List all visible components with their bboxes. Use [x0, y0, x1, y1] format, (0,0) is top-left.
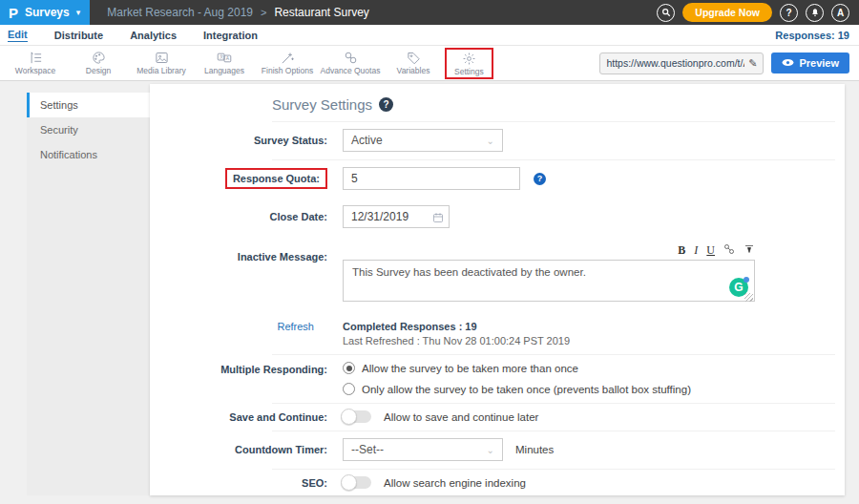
- notifications-bell-icon[interactable]: [806, 4, 824, 22]
- gear-icon: [462, 52, 476, 66]
- menu-item-analytics[interactable]: Analytics: [130, 30, 177, 41]
- inactive-message-textarea[interactable]: This Survey has been deactivated by the …: [343, 260, 755, 302]
- breadcrumb-current: Restaurant Survey: [274, 6, 368, 19]
- response-quota-label: Response Quota:: [150, 168, 337, 189]
- questionpro-app: P Surveys ▾ Market Research - Aug 2019 >…: [0, 0, 859, 504]
- toolbar-right: ✎ Preview: [599, 52, 849, 74]
- countdown-timer-row: Countdown Timer: --Set-- ⌄ Minutes: [150, 430, 845, 469]
- inactive-message-row: Inactive Message: B I U This: [150, 236, 845, 313]
- survey-status-select[interactable]: Active ⌄: [343, 129, 503, 152]
- sidebar-item-notifications[interactable]: Notifications: [27, 142, 150, 167]
- title-help-icon[interactable]: ?: [379, 97, 393, 112]
- seo-text: Allow search engine indexing: [384, 477, 526, 489]
- radio-allow-multiple[interactable]: Allow the survey to be taken more than o…: [343, 362, 578, 374]
- inactive-message-editor: This Survey has been deactivated by the …: [343, 260, 755, 305]
- insert-link-icon[interactable]: [723, 243, 735, 257]
- radio-button-icon[interactable]: [343, 383, 355, 395]
- tool-media-library[interactable]: Media Library: [130, 51, 193, 75]
- calendar-icon[interactable]: [432, 210, 444, 227]
- save-continue-label: Save and Continue:: [150, 411, 337, 423]
- survey-menu-bar: Edit Distribute Analytics Integration Re…: [0, 25, 859, 46]
- seo-row: SEO: Allow search engine indexing: [150, 469, 845, 495]
- grammarly-icon[interactable]: G: [729, 278, 748, 297]
- response-quota-row: Response Quota: ?: [150, 159, 845, 198]
- toolbar-tools: Workspace Design Media Library 文A Langua…: [4, 48, 493, 79]
- tool-design[interactable]: Design: [67, 51, 130, 75]
- save-continue-toggle[interactable]: [343, 410, 371, 423]
- tool-workspace[interactable]: Workspace: [4, 51, 67, 75]
- svg-text:文: 文: [220, 53, 224, 59]
- underline-button[interactable]: U: [706, 244, 715, 256]
- countdown-timer-label: Countdown Timer:: [150, 444, 337, 455]
- quota-help-icon[interactable]: ?: [534, 173, 546, 185]
- countdown-timer-select[interactable]: --Set-- ⌄: [343, 438, 503, 461]
- bold-button[interactable]: B: [678, 244, 685, 256]
- responses-info: Completed Responses : 19 Last Refreshed …: [337, 321, 835, 346]
- tool-settings[interactable]: Settings: [445, 48, 493, 79]
- inactive-message-label: Inactive Message:: [150, 251, 337, 262]
- upgrade-now-button[interactable]: Upgrade Now: [682, 3, 772, 22]
- sidebar-item-settings[interactable]: Settings: [27, 93, 150, 117]
- surveys-product-menu[interactable]: P Surveys ▾: [0, 0, 90, 25]
- clear-formatting-icon[interactable]: [744, 243, 755, 257]
- survey-url-input[interactable]: [606, 57, 744, 69]
- tool-finish-options[interactable]: Finish Options: [256, 51, 319, 75]
- chevron-down-icon: ⌄: [487, 445, 494, 455]
- tool-variables[interactable]: Variables: [382, 51, 445, 75]
- format-toolbar: B I U: [343, 243, 755, 260]
- seo-toggle[interactable]: [343, 476, 371, 489]
- multiple-responding-label: Multiple Responding:: [150, 364, 337, 375]
- sidebar-item-security[interactable]: Security: [27, 117, 150, 142]
- help-icon[interactable]: ?: [780, 4, 798, 22]
- survey-settings-panel: Survey Settings ? Survey Status: Active …: [150, 84, 845, 495]
- radio-button-icon[interactable]: [343, 362, 355, 374]
- survey-url-field: ✎: [599, 52, 764, 74]
- account-avatar[interactable]: A: [831, 4, 849, 22]
- image-icon: [155, 51, 169, 65]
- edit-url-pencil-icon[interactable]: ✎: [748, 57, 757, 70]
- survey-status-label: Survey Status:: [150, 135, 337, 146]
- menu-item-edit[interactable]: Edit: [8, 29, 28, 42]
- close-date-label: Close Date:: [150, 211, 337, 222]
- breadcrumb: Market Research - Aug 2019 > Restaurant …: [107, 0, 369, 25]
- search-icon[interactable]: [657, 4, 675, 22]
- chevron-down-icon: ⌄: [487, 136, 494, 146]
- seo-label: SEO:: [150, 477, 337, 489]
- last-refreshed: Last Refreshed : Thu Nov 28 01:00:24 PST…: [343, 335, 835, 346]
- topbar-actions: Upgrade Now ? A: [657, 0, 859, 25]
- edit-toolbar: Workspace Design Media Library 文A Langua…: [0, 46, 859, 81]
- response-quota-input[interactable]: [343, 167, 520, 190]
- responses-count[interactable]: Responses: 19: [775, 30, 849, 41]
- radio-only-once[interactable]: Only allow the survey to be taken once (…: [343, 383, 691, 395]
- translate-icon: 文A: [217, 51, 232, 65]
- close-date-row: Close Date:: [150, 198, 845, 236]
- settings-sidebar: Settings Security Notifications: [27, 93, 150, 495]
- tag-icon: [407, 51, 421, 65]
- chain-links-icon: [344, 51, 358, 65]
- chevron-down-icon: ▾: [76, 8, 81, 17]
- eye-icon: [782, 57, 794, 69]
- breadcrumb-parent[interactable]: Market Research - Aug 2019: [107, 6, 253, 19]
- menu-item-integration[interactable]: Integration: [203, 30, 258, 41]
- italic-button[interactable]: I: [694, 244, 698, 256]
- annotation-red-box: Response Quota:: [225, 168, 327, 189]
- minutes-suffix: Minutes: [515, 444, 554, 455]
- svg-text:A: A: [226, 56, 230, 61]
- preview-button[interactable]: Preview: [771, 52, 849, 74]
- page-title: Survey Settings ?: [272, 96, 845, 113]
- workspace-icon: [29, 51, 43, 65]
- responses-info-row: Refresh Completed Responses : 19 Last Re…: [150, 313, 845, 354]
- save-continue-row: Save and Continue: Allow to save and con…: [150, 403, 845, 430]
- breadcrumb-separator: >: [261, 7, 266, 18]
- tool-languages[interactable]: 文A Languages: [193, 51, 256, 75]
- completed-responses: Completed Responses : 19: [343, 321, 835, 332]
- menu-item-distribute[interactable]: Distribute: [54, 30, 103, 41]
- refresh-link[interactable]: Refresh: [150, 321, 337, 332]
- palette-icon: [92, 51, 106, 65]
- toggle-knob: [341, 474, 357, 491]
- toggle-knob: [341, 409, 357, 425]
- tool-advance-quotas[interactable]: Advance Quotas: [319, 51, 382, 75]
- product-name: Surveys: [25, 6, 70, 19]
- save-continue-text: Allow to save and continue later: [384, 411, 538, 423]
- questionpro-logo: P: [9, 6, 18, 20]
